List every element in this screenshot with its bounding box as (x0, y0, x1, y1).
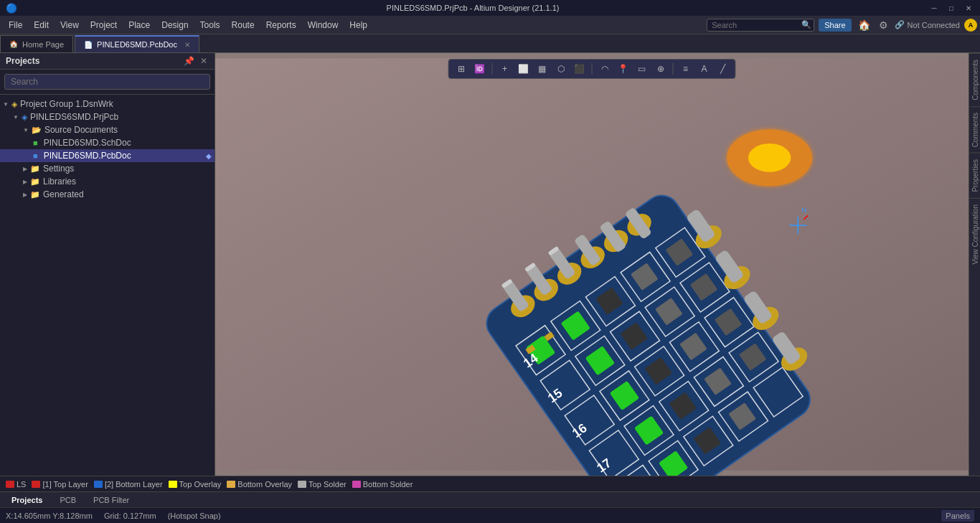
title-bar-title: PINLEDS6SMD.PrjPcb - Altium Designer (21… (17, 4, 928, 12)
search-top-input[interactable] (707, 19, 814, 32)
arrow-icon: ▼ (13, 114, 19, 121)
bottom-tab-pcb-filter[interactable]: PCB Filter (85, 494, 138, 506)
pcbdoc-icon: ■ (33, 151, 38, 160)
tab-pcb-label: PINLED6SMD.PcbDoc (97, 40, 177, 49)
id-tool[interactable]: 🆔 (472, 62, 488, 76)
separator (492, 63, 493, 75)
menu-reports[interactable]: Reports (260, 18, 302, 32)
sidebar-search-input[interactable] (4, 74, 210, 90)
layer-bottom-label: [2] Bottom Layer (105, 480, 163, 489)
tree-project[interactable]: ▼ ◈ PINLEDS6SMD.PrjPcb (0, 110, 215, 123)
menu-tools[interactable]: Tools (194, 18, 226, 32)
project-group-icon: ◈ (11, 100, 17, 109)
menu-window[interactable]: Window (302, 18, 344, 32)
search-top-container: 🔍 (707, 19, 814, 32)
panel-properties[interactable]: Properties (969, 153, 981, 198)
layer-bottom[interactable]: [2] Bottom Layer (94, 480, 163, 489)
add-tool[interactable]: + (497, 62, 513, 76)
bar-chart-tool[interactable]: ▦ (534, 62, 550, 76)
tree-pcbdoc[interactable]: ■ PINLED6SMD.PcbDoc ◆ (0, 149, 215, 162)
tree-source-docs[interactable]: ▼ 📂 Source Documents (0, 123, 215, 136)
filter-tool[interactable]: ⊞ (453, 62, 469, 76)
tab-pcb[interactable]: 📄 PINLED6SMD.PcbDoc ✕ (75, 35, 199, 52)
project-tree: ▼ ◈ Project Group 1.DsnWrk ▼ ◈ PINLEDS6S… (0, 95, 215, 476)
layer-bottom-solder-color (352, 481, 361, 488)
tree-label-generated: Generated (43, 189, 84, 199)
layer-top[interactable]: [1] Top Layer (32, 480, 88, 489)
arrow-icon: ▶ (23, 179, 27, 185)
tree-generated[interactable]: ▶ 📁 Generated (0, 188, 215, 201)
sidebar-pin-icon[interactable]: 📌 (182, 56, 196, 66)
panel-view-config[interactable]: View Configuration (969, 198, 981, 270)
tree-project-group[interactable]: ▼ ◈ Project Group 1.DsnWrk (0, 98, 215, 110)
menu-view[interactable]: View (55, 18, 85, 32)
main-layout: Projects 📌 ✕ ▼ ◈ Project Group 1.DsnWrk … (0, 53, 980, 476)
panel-components[interactable]: Components (969, 53, 981, 106)
user-avatar[interactable]: A (964, 19, 977, 32)
menu-help[interactable]: Help (344, 18, 373, 32)
menu-route[interactable]: Route (226, 18, 260, 32)
settings-folder-icon: 📁 (30, 164, 40, 174)
poly-tool[interactable]: ⬡ (553, 62, 569, 76)
pcb-view[interactable]: ⊞ 🆔 + ⬜ ▦ ⬡ ⬛ ◠ 📍 ▭ ⊕ ≡ A ╱ (215, 53, 969, 476)
bar2-tool[interactable]: ≡ (678, 62, 694, 76)
sidebar-header: Projects 📌 ✕ (0, 53, 215, 70)
home-icon-btn[interactable]: 🏠 (856, 19, 872, 31)
zoom-tool[interactable]: ⊕ (653, 62, 669, 76)
arc-tool[interactable]: ◠ (597, 62, 613, 76)
not-connected-label: Not Connected (908, 21, 960, 29)
layer-top-overlay-label: Top Overlay (179, 480, 222, 489)
panel-comments[interactable]: Comments (969, 106, 981, 153)
layer-top-solder-label: Top Solder (308, 480, 347, 489)
tab-close-icon[interactable]: ✕ (184, 41, 190, 49)
arrow-icon: ▼ (23, 127, 29, 133)
bottom-tab-projects[interactable]: Projects (3, 494, 51, 506)
bottom-tab-pcb[interactable]: PCB (51, 494, 85, 506)
close-button[interactable]: ✕ (963, 3, 974, 13)
menu-edit[interactable]: Edit (28, 18, 55, 32)
tree-libraries[interactable]: ▶ 📁 Libraries (0, 175, 215, 188)
sidebar-close-icon[interactable]: ✕ (199, 56, 209, 66)
arrow-icon: ▶ (23, 166, 27, 172)
text-tool[interactable]: A (697, 62, 712, 76)
pcb-3d-view[interactable]: 14 15 16 17 18 19 (215, 53, 969, 476)
sidebar-controls: 📌 ✕ (182, 56, 209, 66)
menu-file[interactable]: File (3, 18, 28, 32)
minimize-button[interactable]: ─ (928, 3, 940, 13)
tab-bar: 🏠 Home Page 📄 PINLED6SMD.PcbDoc ✕ (0, 34, 980, 53)
layer-bottom-solder[interactable]: Bottom Solder (352, 480, 413, 489)
line-tool[interactable]: ╱ (715, 62, 731, 76)
rect2-tool[interactable]: ▭ (634, 62, 650, 76)
title-bar-controls: ─ □ ✕ (928, 3, 974, 13)
tree-label-source-docs: Source Documents (44, 125, 118, 135)
svg-point-2 (748, 143, 791, 172)
status-bar: X:14.605mm Y:8.128mm Grid: 0.127mm (Hots… (0, 507, 980, 523)
fill-tool[interactable]: ⬛ (572, 62, 588, 76)
maximize-button[interactable]: □ (946, 3, 957, 13)
tree-settings[interactable]: ▶ 📁 Settings (0, 162, 215, 175)
bottom-tabs: Projects PCB PCB Filter (0, 491, 980, 507)
tab-pcb-icon: 📄 (84, 41, 93, 49)
tree-label-libraries: Libraries (43, 176, 76, 187)
tree-schdoc[interactable]: ■ PINLED6SMD.SchDoc (0, 136, 215, 149)
tab-home[interactable]: 🏠 Home Page (0, 35, 73, 52)
share-button[interactable]: Share (819, 19, 851, 32)
menu-project[interactable]: Project (85, 18, 123, 32)
panels-button[interactable]: Panels (941, 510, 974, 522)
layer-ls-color (6, 481, 14, 488)
menu-place[interactable]: Place (123, 18, 156, 32)
schdoc-icon: ■ (33, 138, 38, 147)
settings-icon-btn[interactable]: ⚙ (877, 19, 890, 31)
separator (673, 63, 674, 75)
pin-tool[interactable]: 📍 (616, 62, 631, 76)
layer-bottom-overlay[interactable]: Bottom Overlay (227, 480, 292, 489)
toolbar-right: 🔍 Share 🏠 ⚙ 🔗 Not Connected A (707, 19, 977, 32)
folder-icon: 📂 (32, 126, 42, 135)
layer-ls[interactable]: LS (6, 480, 26, 489)
rect-tool[interactable]: ⬜ (516, 62, 532, 76)
layer-top-overlay[interactable]: Top Overlay (169, 480, 222, 489)
pcbdoc-modified-icon: ◆ (206, 152, 212, 160)
tree-label-schdoc: PINLED6SMD.SchDoc (44, 138, 131, 148)
menu-design[interactable]: Design (156, 18, 194, 32)
layer-top-solder[interactable]: Top Solder (298, 480, 347, 489)
